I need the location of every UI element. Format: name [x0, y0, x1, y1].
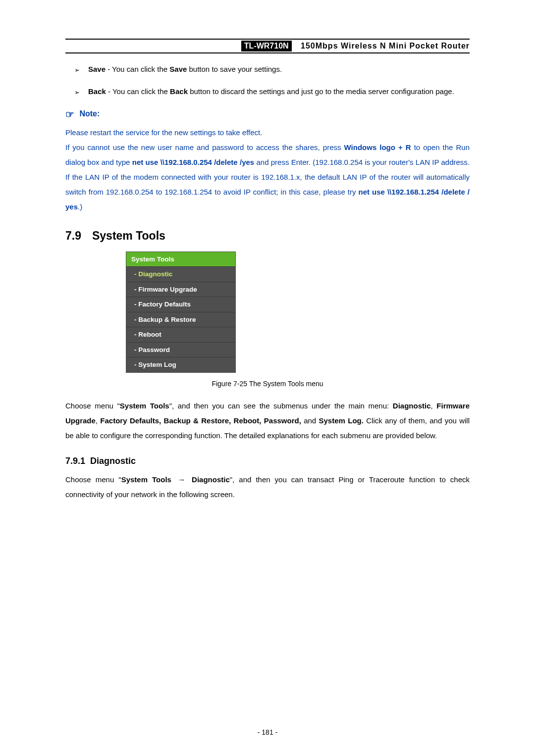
menu-item-reboot[interactable]: - Reboot — [126, 327, 235, 342]
figure-caption: Figure 7-25 The System Tools menu — [65, 380, 470, 388]
menu-item-firmware-upgrade[interactable]: - Firmware Upgrade — [126, 282, 235, 297]
subsection-title: Diagnostic — [90, 456, 136, 466]
bullet-list: ➢ Save - You can click the Save button t… — [74, 62, 470, 99]
pointing-hand-icon: ☞ — [65, 108, 74, 120]
note-body: Please restart the service for the new s… — [65, 125, 470, 214]
chevron-right-icon: ➢ — [74, 62, 88, 76]
note-label: Note: — [79, 109, 100, 118]
subsection-heading: 7.9.1Diagnostic — [65, 456, 470, 466]
model-badge: TL-WR710N — [241, 41, 292, 51]
model-desc: 150Mbps Wireless N Mini Pocket Router — [294, 41, 470, 51]
page-header-band: TL-WR710N 150Mbps Wireless N Mini Pocket… — [65, 39, 470, 53]
menu-item-factory-defaults[interactable]: - Factory Defaults — [126, 297, 235, 312]
list-item: ➢ Back - You can click the Back button t… — [74, 85, 470, 98]
menu-title: System Tools — [126, 252, 235, 267]
diagnostic-paragraph: Choose menu "System Tools → Diagnostic",… — [65, 472, 470, 502]
note-heading: ☞ Note: — [65, 108, 470, 120]
header-inner: TL-WR710N 150Mbps Wireless N Mini Pocket… — [241, 41, 470, 51]
section-heading: 7.9System Tools — [65, 229, 470, 243]
page-number: - 181 - — [0, 728, 535, 736]
menu-item-diagnostic[interactable]: - Diagnostic — [126, 266, 235, 282]
subsection-number: 7.9.1 — [65, 456, 90, 466]
list-item-text: Back - You can click the Back button to … — [88, 85, 470, 98]
note-line-1: Please restart the service for the new s… — [65, 128, 262, 137]
menu-item-password[interactable]: - Password — [126, 342, 235, 357]
section-number: 7.9 — [65, 229, 92, 242]
arrow-right-icon: → — [176, 475, 187, 484]
chevron-right-icon: ➢ — [74, 85, 88, 98]
intro-paragraph: Choose menu "System Tools", and then you… — [65, 399, 470, 443]
document-page: TL-WR710N 150Mbps Wireless N Mini Pocket… — [0, 0, 535, 756]
list-item-text: Save - You can click the Save button to … — [88, 62, 470, 76]
section-title: System Tools — [92, 229, 165, 242]
menu-item-backup-restore[interactable]: - Backup & Restore — [126, 312, 235, 327]
system-tools-menu: System Tools - Diagnostic - Firmware Upg… — [126, 252, 236, 373]
menu-item-system-log[interactable]: - System Log — [126, 357, 235, 372]
list-item: ➢ Save - You can click the Save button t… — [74, 62, 470, 76]
